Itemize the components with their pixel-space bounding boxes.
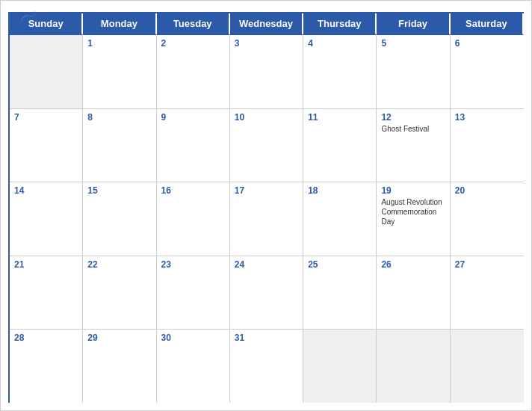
day-cell: 4 <box>303 35 377 108</box>
day-cell: 6 <box>451 35 524 108</box>
day-number: 3 <box>235 38 298 49</box>
day-number: 29 <box>87 333 151 343</box>
day-cell: 8 <box>83 109 156 182</box>
day-cell: 10 <box>230 109 303 182</box>
day-number: 7 <box>14 112 78 123</box>
day-cell <box>377 330 450 403</box>
day-cell: 9 <box>157 109 230 182</box>
week-row-2: 789101112Ghost Festival13 <box>10 109 524 183</box>
calendar: Sunday Monday Tuesday Wednesday Thursday… <box>0 0 532 411</box>
day-number: 5 <box>381 38 445 49</box>
day-cell: 16 <box>157 182 230 256</box>
day-number: 2 <box>161 38 225 49</box>
day-number: 1 <box>87 38 151 49</box>
day-number: 12 <box>381 112 445 123</box>
day-number: 14 <box>14 185 78 196</box>
day-number: 24 <box>235 259 298 270</box>
day-number: 4 <box>308 38 371 49</box>
day-number: 6 <box>455 38 519 49</box>
day-number: 23 <box>161 259 225 270</box>
day-cell: 21 <box>10 256 83 330</box>
day-cell: 7 <box>10 109 83 182</box>
day-headers: Sunday Monday Tuesday Wednesday Thursday… <box>10 13 524 35</box>
day-cell <box>303 330 377 403</box>
logo-bird-icon <box>16 7 37 23</box>
day-cell: 24 <box>230 256 303 330</box>
header-monday: Monday <box>83 13 156 35</box>
day-cell: 5 <box>377 35 450 108</box>
day-cell: 23 <box>157 256 230 330</box>
header-saturday: Saturday <box>451 13 524 35</box>
day-number: 31 <box>235 333 298 343</box>
day-cell: 18 <box>303 182 377 256</box>
day-cell <box>451 330 524 403</box>
day-cell: 28 <box>10 330 83 403</box>
event-text: Ghost Festival <box>381 124 445 134</box>
day-number: 27 <box>455 259 519 270</box>
day-cell: 14 <box>10 182 83 256</box>
day-cell: 11 <box>303 109 377 182</box>
day-number: 15 <box>87 185 151 196</box>
calendar-header <box>1 1 531 12</box>
day-number: 18 <box>308 185 371 196</box>
day-number: 19 <box>381 185 445 196</box>
day-cell: 20 <box>451 182 524 256</box>
day-number: 28 <box>14 333 78 343</box>
week-row-3: 141516171819August Revolution Commemorat… <box>10 182 524 256</box>
day-cell: 3 <box>230 35 303 108</box>
day-number: 8 <box>87 112 151 123</box>
day-cell: 22 <box>83 256 156 330</box>
week-row-1: 123456 <box>10 35 524 109</box>
day-cell: 27 <box>451 256 524 330</box>
day-number: 16 <box>161 185 225 196</box>
day-number: 13 <box>455 112 519 123</box>
header-friday: Friday <box>377 13 450 35</box>
day-cell: 17 <box>230 182 303 256</box>
day-cell: 13 <box>451 109 524 182</box>
logo-area <box>16 7 39 23</box>
weeks-container: 123456789101112Ghost Festival13141516171… <box>10 35 524 403</box>
day-number: 26 <box>381 259 445 270</box>
day-number: 17 <box>235 185 298 196</box>
day-number: 9 <box>161 112 225 123</box>
day-cell: 1 <box>83 35 156 108</box>
day-number: 21 <box>14 259 78 270</box>
event-text: August Revolution Commemoration Day <box>381 197 445 226</box>
day-cell: 25 <box>303 256 377 330</box>
day-cell: 15 <box>83 182 156 256</box>
day-cell: 26 <box>377 256 450 330</box>
day-cell: 30 <box>157 330 230 403</box>
week-row-5: 28293031 <box>10 330 524 403</box>
day-number: 11 <box>308 112 371 123</box>
day-cell: 29 <box>83 330 156 403</box>
calendar-grid: Sunday Monday Tuesday Wednesday Thursday… <box>8 12 524 403</box>
day-cell: 31 <box>230 330 303 403</box>
header-tuesday: Tuesday <box>157 13 230 35</box>
day-cell: 12Ghost Festival <box>377 109 450 182</box>
day-number: 10 <box>235 112 298 123</box>
header-wednesday: Wednesday <box>230 13 303 35</box>
day-cell <box>10 35 83 108</box>
day-number: 20 <box>455 185 519 196</box>
logo-container <box>16 7 39 23</box>
day-cell: 19August Revolution Commemoration Day <box>377 182 450 256</box>
day-cell: 2 <box>157 35 230 108</box>
day-number: 22 <box>87 259 151 270</box>
header-thursday: Thursday <box>303 13 377 35</box>
day-number: 25 <box>308 259 371 270</box>
week-row-4: 21222324252627 <box>10 256 524 330</box>
day-number: 30 <box>161 333 225 343</box>
